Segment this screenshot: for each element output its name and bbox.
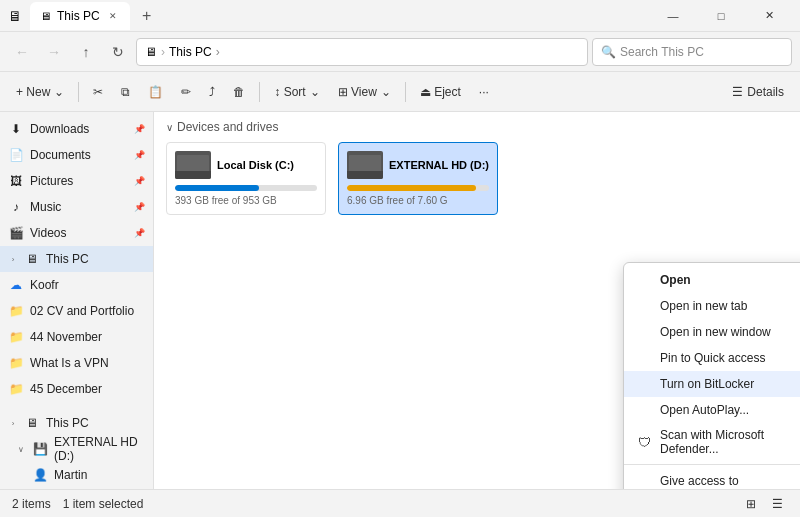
expand-icon: › bbox=[8, 254, 18, 264]
section-header: ∨ Devices and drives bbox=[166, 120, 788, 134]
list-view-button[interactable]: ☰ bbox=[766, 493, 788, 515]
sidebar-item-44nov[interactable]: 📁 44 November bbox=[0, 324, 153, 350]
back-button[interactable]: ← bbox=[8, 38, 36, 66]
address-bar: ← → ↑ ↻ 🖥 › This PC › 🔍 Search This PC bbox=[0, 32, 800, 72]
copy-icon: ⧉ bbox=[121, 85, 130, 99]
copy-button[interactable]: ⧉ bbox=[113, 77, 138, 107]
ctx-label: Open in new window bbox=[660, 325, 771, 339]
up-button[interactable]: ↑ bbox=[72, 38, 100, 66]
ctx-open-new-tab[interactable]: Open in new tab bbox=[624, 293, 800, 319]
ctx-label: Open bbox=[660, 273, 691, 287]
toolbar: + New ⌄ ✂ ⧉ 📋 ✏ ⤴ 🗑 ↕ Sort ⌄ ⊞ View ⌄ ⏏ … bbox=[0, 72, 800, 112]
details-button[interactable]: ☰ Details bbox=[724, 77, 792, 107]
path-text: This PC bbox=[169, 45, 212, 59]
sidebar-label: Videos bbox=[30, 226, 66, 240]
ctx-defender[interactable]: 🛡 Scan with Microsoft Defender... bbox=[624, 423, 800, 461]
sidebar-label: This PC bbox=[46, 416, 89, 430]
drive-bar-fill-c bbox=[175, 185, 259, 191]
sidebar-tree-network[interactable]: › 🌐 Network bbox=[0, 488, 153, 489]
lock-icon bbox=[636, 376, 652, 392]
folder-icon: 📁 bbox=[8, 329, 24, 345]
expand-icon: ∨ bbox=[16, 444, 26, 454]
sidebar-item-music[interactable]: ♪ Music 📌 bbox=[0, 194, 153, 220]
close-button[interactable]: ✕ bbox=[746, 0, 792, 32]
sidebar-item-downloads[interactable]: ⬇ Downloads 📌 bbox=[0, 116, 153, 142]
rename-button[interactable]: ✏ bbox=[173, 77, 199, 107]
maximize-button[interactable]: □ bbox=[698, 0, 744, 32]
section-label: Devices and drives bbox=[177, 120, 278, 134]
window-icon bbox=[636, 324, 652, 340]
share-icon: ⤴ bbox=[209, 85, 215, 99]
sidebar-item-pictures[interactable]: 🖼 Pictures 📌 bbox=[0, 168, 153, 194]
ctx-label: Pin to Quick access bbox=[660, 351, 765, 365]
sidebar-item-thispc[interactable]: › 🖥 This PC bbox=[0, 246, 153, 272]
tab-close-btn[interactable]: ✕ bbox=[106, 9, 120, 23]
ctx-bitlocker[interactable]: Turn on BitLocker bbox=[624, 371, 800, 397]
details-label: Details bbox=[747, 85, 784, 99]
sidebar-item-koofr[interactable]: ☁ Koofr bbox=[0, 272, 153, 298]
address-field[interactable]: 🖥 › This PC › bbox=[136, 38, 588, 66]
ctx-autoplay[interactable]: Open AutoPlay... bbox=[624, 397, 800, 423]
search-icon: 🔍 bbox=[601, 45, 616, 59]
ctx-open-new-window[interactable]: Open in new window bbox=[624, 319, 800, 345]
downloads-icon: ⬇ bbox=[8, 121, 24, 137]
sidebar-item-02cv[interactable]: 📁 02 CV and Portfolio bbox=[0, 298, 153, 324]
tab-this-pc[interactable]: 🖥 This PC ✕ bbox=[30, 2, 130, 30]
ctx-give-access[interactable]: Give access to › bbox=[624, 468, 800, 489]
ctx-pin-quick[interactable]: Pin to Quick access bbox=[624, 345, 800, 371]
path-chevron: › bbox=[216, 45, 220, 59]
refresh-button[interactable]: ↻ bbox=[104, 38, 132, 66]
minimize-button[interactable]: — bbox=[650, 0, 696, 32]
toolbar-separator-1 bbox=[78, 82, 79, 102]
grid-view-button[interactable]: ⊞ bbox=[740, 493, 762, 515]
play-icon bbox=[636, 402, 652, 418]
pin-icon: 📌 bbox=[134, 150, 145, 160]
item-count: 2 items bbox=[12, 497, 51, 511]
sidebar-label: Pictures bbox=[30, 174, 73, 188]
more-button[interactable]: ··· bbox=[471, 77, 497, 107]
view-label: ⊞ View bbox=[338, 85, 377, 99]
drive-local-c[interactable]: Local Disk (C:) 393 GB free of 953 GB bbox=[166, 142, 326, 215]
ctx-open[interactable]: Open bbox=[624, 267, 800, 293]
forward-button[interactable]: → bbox=[40, 38, 68, 66]
sidebar-tree-martin[interactable]: 👤 Martin bbox=[0, 462, 153, 488]
new-button[interactable]: + New ⌄ bbox=[8, 77, 72, 107]
sidebar-tree-external[interactable]: ∨ 💾 EXTERNAL HD (D:) bbox=[0, 436, 153, 462]
cut-button[interactable]: ✂ bbox=[85, 77, 111, 107]
ctx-separator-1 bbox=[624, 464, 800, 465]
app-icon: 🖥 bbox=[8, 8, 24, 24]
drive-external-d[interactable]: EXTERNAL HD (D:) 6.96 GB free of 7.60 G bbox=[338, 142, 498, 215]
sidebar-item-videos[interactable]: 🎬 Videos 📌 bbox=[0, 220, 153, 246]
eject-label: ⏏ Eject bbox=[420, 85, 461, 99]
more-icon: ··· bbox=[479, 85, 489, 99]
paste-button[interactable]: 📋 bbox=[140, 77, 171, 107]
new-tab-button[interactable]: + bbox=[134, 3, 160, 29]
sidebar-label: What Is a VPN bbox=[30, 356, 109, 370]
view-button[interactable]: ⊞ View ⌄ bbox=[330, 77, 399, 107]
drive-bar-d bbox=[347, 185, 489, 191]
pin-icon: 📌 bbox=[134, 124, 145, 134]
share-button[interactable]: ⤴ bbox=[201, 77, 223, 107]
tab-label: This PC bbox=[57, 9, 100, 23]
sidebar-item-45dec[interactable]: 📁 45 December bbox=[0, 376, 153, 402]
search-placeholder: Search This PC bbox=[620, 45, 704, 59]
sidebar-tree-thispc[interactable]: › 🖥 This PC bbox=[0, 410, 153, 436]
sidebar-item-documents[interactable]: 📄 Documents 📌 bbox=[0, 142, 153, 168]
eject-button[interactable]: ⏏ Eject bbox=[412, 77, 469, 107]
music-icon: ♪ bbox=[8, 199, 24, 215]
drive-label-c: Local Disk (C:) bbox=[217, 159, 294, 171]
drive-icon-c bbox=[175, 151, 211, 179]
folder-icon: 📁 bbox=[8, 381, 24, 397]
drive-top: Local Disk (C:) bbox=[175, 151, 317, 179]
drives-grid: Local Disk (C:) 393 GB free of 953 GB EX… bbox=[166, 142, 788, 215]
sidebar-item-vpn[interactable]: 📁 What Is a VPN bbox=[0, 350, 153, 376]
sidebar-label: Documents bbox=[30, 148, 91, 162]
drive-icon-d bbox=[347, 151, 383, 179]
documents-icon: 📄 bbox=[8, 147, 24, 163]
section-chevron: ∨ bbox=[166, 122, 173, 133]
title-bar: 🖥 🖥 This PC ✕ + — □ ✕ bbox=[0, 0, 800, 32]
sort-button[interactable]: ↕ Sort ⌄ bbox=[266, 77, 327, 107]
search-box[interactable]: 🔍 Search This PC bbox=[592, 38, 792, 66]
toolbar-separator-2 bbox=[259, 82, 260, 102]
delete-button[interactable]: 🗑 bbox=[225, 77, 253, 107]
